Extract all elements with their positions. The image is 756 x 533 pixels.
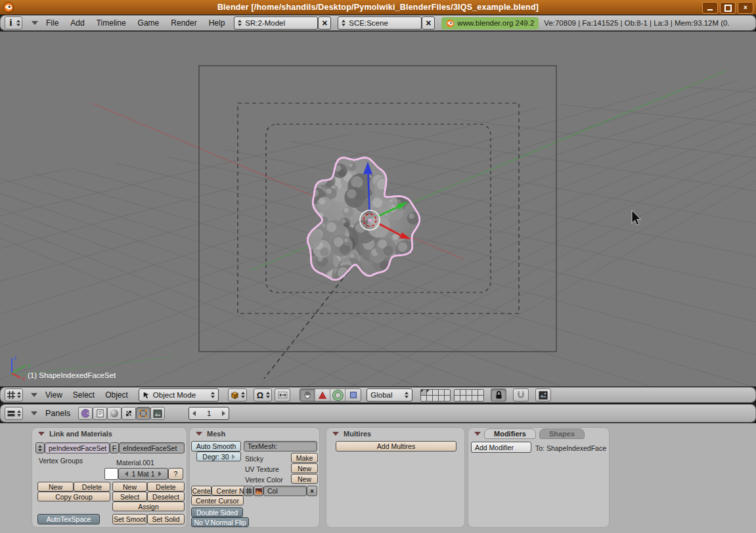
scene-context-button[interactable] <box>150 407 165 420</box>
center-cursor-button[interactable]: Center Cursor <box>191 496 244 505</box>
layer-button[interactable] <box>460 396 466 401</box>
layer-button[interactable] <box>427 390 432 395</box>
minimize-button[interactable] <box>702 2 718 14</box>
degr-stepper[interactable]: Degr: 30 <box>196 452 241 461</box>
tab-shapes[interactable]: Shapes <box>539 429 585 439</box>
align-width-button[interactable] <box>275 388 290 402</box>
header-collapse-icon[interactable] <box>32 21 38 25</box>
editor-type-button[interactable]: i <box>5 16 22 30</box>
object-context-button[interactable] <box>122 407 136 420</box>
vgroup-delete-button[interactable]: Delete <box>74 482 110 492</box>
mesh-datablock-field[interactable]: peIndexedFaceSet <box>45 442 110 453</box>
titlebar[interactable]: Blender [/home/shandils/Desktop/Pymolwik… <box>0 0 756 14</box>
layer-button[interactable] <box>439 396 444 401</box>
translate-manipulator-button[interactable] <box>315 389 330 401</box>
material-color-swatch[interactable] <box>104 468 118 480</box>
script-context-button[interactable] <box>93 407 107 420</box>
layer-button[interactable] <box>460 390 466 395</box>
material-help-button[interactable]: ? <box>168 468 183 480</box>
vcol-delete-button[interactable]: × <box>307 486 317 496</box>
scene-unlink-button[interactable]: × <box>422 16 435 30</box>
layer-button[interactable] <box>466 390 472 395</box>
viewport-3d[interactable]: z y x (1) ShapeIndexedFaceSet <box>0 32 756 386</box>
material-next-icon[interactable] <box>158 471 162 476</box>
shading-context-button[interactable] <box>107 407 122 420</box>
layer-button[interactable] <box>466 396 472 401</box>
layer-button[interactable] <box>478 396 483 401</box>
layer-button[interactable] <box>433 390 438 395</box>
menu-game[interactable]: Game <box>137 18 161 28</box>
rotate-manipulator-button[interactable] <box>330 389 345 401</box>
version-badge[interactable]: www.blender.org 249.2 <box>441 17 539 30</box>
fake-user-button[interactable]: F <box>110 442 119 453</box>
set-smooth-button[interactable]: Set Smoot <box>112 514 147 524</box>
material-prev-icon[interactable] <box>125 471 128 476</box>
material-new-button[interactable]: New <box>112 482 147 492</box>
menu-timeline[interactable]: Timeline <box>95 18 127 28</box>
scene-selector[interactable]: SCE:Scene <box>338 16 422 30</box>
layer-button[interactable] <box>455 396 460 401</box>
auto-smooth-toggle[interactable]: Auto Smooth <box>191 441 241 452</box>
layer-button[interactable] <box>421 390 426 395</box>
layer-button[interactable] <box>427 396 432 401</box>
panel-collapse-icon[interactable] <box>474 432 481 436</box>
screen-selector[interactable]: SR:2-Model <box>234 16 318 30</box>
material-assign-button[interactable]: Assign <box>112 501 185 511</box>
degr-increment-icon[interactable] <box>232 454 235 459</box>
buttons-editor-type-button[interactable] <box>5 407 23 420</box>
layer-button[interactable] <box>478 390 483 395</box>
frame-number-stepper[interactable]: 1 <box>189 407 229 420</box>
menu-view[interactable]: View <box>44 390 64 400</box>
vgroup-new-button[interactable]: New <box>37 482 74 492</box>
mesh-browse-button[interactable] <box>35 442 45 453</box>
render-preview-button[interactable] <box>535 388 551 402</box>
autotexspace-toggle[interactable]: AutoTexSpace <box>37 514 100 524</box>
vertex-color-new-button[interactable]: New <box>291 474 318 484</box>
panel-collapse-icon[interactable] <box>38 432 45 436</box>
double-sided-toggle[interactable]: Double Sided <box>191 507 243 517</box>
maximize-button[interactable] <box>720 2 736 14</box>
orientation-selector[interactable]: Global <box>367 388 412 402</box>
layer-button[interactable] <box>472 396 478 401</box>
set-solid-button[interactable]: Set Solid <box>147 514 185 524</box>
layer-button[interactable] <box>455 390 460 395</box>
panel-link-and-materials[interactable]: Link and Materials peIndexedFaceSet F eI… <box>32 427 187 528</box>
tab-modifiers[interactable]: Modifiers <box>484 429 536 439</box>
viewport-header-collapse-icon[interactable] <box>31 393 37 397</box>
menu-object[interactable]: Object <box>104 390 129 400</box>
vcol-grid-button[interactable] <box>244 486 254 496</box>
layer-button[interactable] <box>445 390 450 395</box>
material-delete-button[interactable]: Delete <box>147 482 185 492</box>
menu-select[interactable]: Select <box>72 390 96 400</box>
menu-file[interactable]: File <box>45 18 60 28</box>
layer-button[interactable] <box>421 396 426 401</box>
no-vnormal-flip-toggle[interactable]: No V.Normal Flip <box>191 517 249 527</box>
logic-context-button[interactable] <box>78 407 93 420</box>
panel-mesh[interactable]: Mesh Auto Smooth Degr: 30 TexMesh: Stick… <box>189 427 320 528</box>
material-select-button[interactable]: Select <box>112 492 147 501</box>
object-name-field[interactable]: eIndexedFaceSet <box>119 442 185 453</box>
vcol-image-button[interactable] <box>254 486 263 496</box>
copy-group-button[interactable]: Copy Group <box>37 492 110 501</box>
pivot-selector-button[interactable]: Ω <box>254 388 272 402</box>
panel-multires[interactable]: Multires Add Multires <box>326 427 465 528</box>
buttons-header-collapse-icon[interactable] <box>31 411 37 415</box>
vcol-name-field[interactable]: Col <box>263 486 307 496</box>
menu-help[interactable]: Help <box>208 18 227 28</box>
layer-button[interactable] <box>439 390 444 395</box>
menu-render[interactable]: Render <box>169 18 198 28</box>
add-multires-button[interactable]: Add Multires <box>336 441 456 452</box>
frame-increment-icon[interactable] <box>222 411 225 416</box>
snap-button[interactable] <box>513 388 529 402</box>
manipulator-toggle-button[interactable] <box>300 389 315 401</box>
panel-collapse-icon[interactable] <box>332 432 339 436</box>
panel-modifiers[interactable]: Modifiers Shapes Add Modifier To: ShapeI… <box>468 427 610 528</box>
texmesh-field[interactable]: TexMesh: <box>244 441 317 452</box>
layer-button[interactable] <box>445 396 450 401</box>
layer-button[interactable] <box>433 396 438 401</box>
uv-texture-new-button[interactable]: New <box>291 463 318 473</box>
material-deselect-button[interactable]: Deselect <box>147 492 185 501</box>
close-button[interactable]: × <box>738 2 753 14</box>
centre-button[interactable]: Cente <box>191 486 211 496</box>
add-modifier-button[interactable]: Add Modifier <box>471 442 531 453</box>
